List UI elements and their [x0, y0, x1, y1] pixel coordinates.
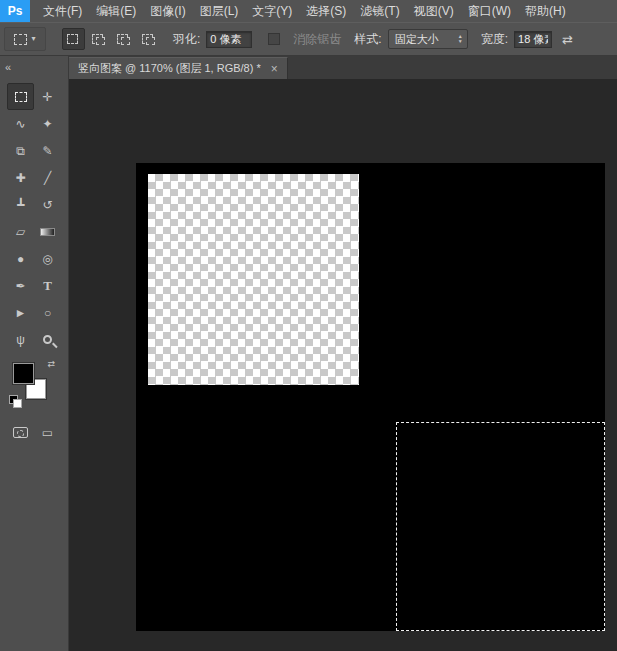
toolbar-bottom-buttons: ▭	[0, 419, 68, 446]
canvas-area[interactable]	[69, 79, 617, 651]
history-brush-tool[interactable]: ↺	[34, 191, 61, 218]
magic-wand-tool[interactable]: ✦	[34, 110, 61, 137]
healing-brush-icon: ✚	[15, 172, 25, 184]
add-to-selection-icon	[92, 34, 105, 45]
rectangular-marquee-tool[interactable]	[7, 83, 34, 110]
rectangular-marquee-icon	[15, 92, 27, 102]
pen-icon: ✒	[15, 280, 25, 292]
menu-view[interactable]: 视图(V)	[407, 0, 461, 22]
options-bar: ▾ 羽化: 消除锯齿 样式: 固定大小 ▲ ▼ 宽度: ⇄	[0, 22, 617, 56]
close-icon[interactable]: ×	[271, 63, 278, 75]
brush-tool[interactable]: ╱	[34, 164, 61, 191]
color-swatches: ⇄	[13, 363, 53, 409]
photoshop-logo: Ps	[0, 0, 30, 22]
menu-edit[interactable]: 编辑(E)	[89, 0, 143, 22]
brush-icon: ╱	[44, 172, 51, 184]
intersect-with-selection-icon	[142, 34, 155, 45]
document-tab[interactable]: 竖向图案 @ 1170% (图层 1, RGB/8) * ×	[69, 57, 288, 79]
menu-bar: Ps 文件(F) 编辑(E) 图像(I) 图层(L) 文字(Y) 选择(S) 滤…	[0, 0, 617, 22]
selection-mode-group	[62, 28, 160, 50]
crop-tool[interactable]: ⧉	[7, 137, 34, 164]
dodge-tool[interactable]: ◎	[34, 245, 61, 272]
style-label: 样式:	[354, 31, 381, 48]
menu-items: 文件(F) 编辑(E) 图像(I) 图层(L) 文字(Y) 选择(S) 滤镜(T…	[36, 0, 573, 22]
hand-tool[interactable]: ψ	[7, 326, 34, 353]
menu-select[interactable]: 选择(S)	[299, 0, 353, 22]
move-icon: ✛	[42, 91, 52, 103]
type-icon: T	[43, 279, 52, 292]
menu-filter[interactable]: 滤镜(T)	[353, 0, 406, 22]
spot-healing-brush-tool[interactable]: ✚	[7, 164, 34, 191]
type-tool[interactable]: T	[34, 272, 61, 299]
blur-icon: ●	[17, 253, 24, 265]
zoom-tool[interactable]	[34, 326, 61, 353]
move-tool[interactable]: ✛	[34, 83, 61, 110]
add-to-selection-button[interactable]	[87, 28, 110, 50]
clone-stamp-tool[interactable]: ┻	[7, 191, 34, 218]
feather-input[interactable]	[206, 31, 252, 48]
collapse-panel-button[interactable]: «	[0, 56, 68, 77]
hand-icon: ψ	[16, 334, 25, 346]
pen-tool[interactable]: ✒	[7, 272, 34, 299]
screen-mode-icon: ▭	[42, 427, 53, 439]
menu-file[interactable]: 文件(F)	[36, 0, 89, 22]
dodge-icon: ◎	[42, 253, 52, 265]
swap-width-height-icon[interactable]: ⇄	[562, 32, 573, 47]
menu-help[interactable]: 帮助(H)	[518, 0, 573, 22]
foreground-color-swatch[interactable]	[13, 363, 34, 384]
swap-colors-icon[interactable]: ⇄	[47, 359, 55, 369]
marching-ants-selection	[396, 422, 605, 631]
subtract-from-selection-icon	[117, 34, 130, 45]
menu-type[interactable]: 文字(Y)	[245, 0, 299, 22]
tools-grid: ✛ ∿ ✦ ⧉ ✎ ✚ ╱ ┻ ↺ ▱ ● ◎ ✒ T ► ○ ψ	[0, 83, 68, 353]
intersect-with-selection-button[interactable]	[137, 28, 160, 50]
width-input[interactable]	[514, 31, 552, 48]
style-dropdown[interactable]: 固定大小 ▲ ▼	[388, 29, 468, 49]
default-colors-icon[interactable]	[9, 395, 22, 408]
document-tab-bar: 竖向图案 @ 1170% (图层 1, RGB/8) * ×	[69, 56, 617, 79]
path-selection-icon: ►	[15, 307, 27, 319]
quick-mask-icon	[13, 427, 28, 438]
arrow-down-icon: ▼	[458, 39, 463, 44]
new-selection-button[interactable]	[62, 28, 85, 50]
history-brush-icon: ↺	[42, 199, 52, 211]
lasso-icon: ∿	[15, 118, 25, 130]
menu-layer[interactable]: 图层(L)	[193, 0, 246, 22]
eraser-tool[interactable]: ▱	[7, 218, 34, 245]
lasso-tool[interactable]: ∿	[7, 110, 34, 137]
gradient-tool[interactable]	[34, 218, 61, 245]
rectangular-marquee-icon	[14, 34, 27, 45]
path-selection-tool[interactable]: ►	[7, 299, 34, 326]
document-tab-title: 竖向图案 @ 1170% (图层 1, RGB/8) *	[78, 61, 261, 76]
antialias-checkbox	[268, 33, 280, 45]
zoom-icon	[43, 335, 52, 344]
gradient-icon	[40, 228, 55, 236]
style-dropdown-value: 固定大小	[395, 32, 439, 47]
clone-stamp-icon: ┻	[17, 199, 24, 211]
crop-icon: ⧉	[16, 145, 25, 157]
menu-window[interactable]: 窗口(W)	[461, 0, 518, 22]
eyedropper-icon: ✎	[42, 145, 52, 157]
tool-preset-picker[interactable]: ▾	[4, 27, 46, 51]
transparent-layer-region	[148, 174, 359, 385]
dropdown-arrows-icon: ▲ ▼	[458, 34, 463, 44]
width-label: 宽度:	[481, 31, 508, 48]
chevron-down-icon: ▾	[31, 35, 35, 43]
edit-in-quick-mask-button[interactable]	[7, 419, 34, 446]
new-selection-icon	[67, 34, 80, 45]
ellipse-tool[interactable]: ○	[34, 299, 61, 326]
magic-wand-icon: ✦	[42, 118, 52, 130]
antialias-label: 消除锯齿	[293, 31, 341, 48]
subtract-from-selection-button[interactable]	[112, 28, 135, 50]
feather-label: 羽化:	[173, 31, 200, 48]
document-canvas[interactable]	[136, 163, 605, 631]
eyedropper-tool[interactable]: ✎	[34, 137, 61, 164]
eraser-icon: ▱	[16, 226, 25, 238]
menu-image[interactable]: 图像(I)	[143, 0, 192, 22]
ellipse-icon: ○	[44, 307, 51, 319]
blur-tool[interactable]: ●	[7, 245, 34, 272]
tool-palette: « ✛ ∿ ✦ ⧉ ✎ ✚ ╱ ┻ ↺ ▱ ● ◎ ✒ T ► ○ ψ ⇄ ▭	[0, 56, 69, 651]
screen-mode-button[interactable]: ▭	[34, 419, 61, 446]
